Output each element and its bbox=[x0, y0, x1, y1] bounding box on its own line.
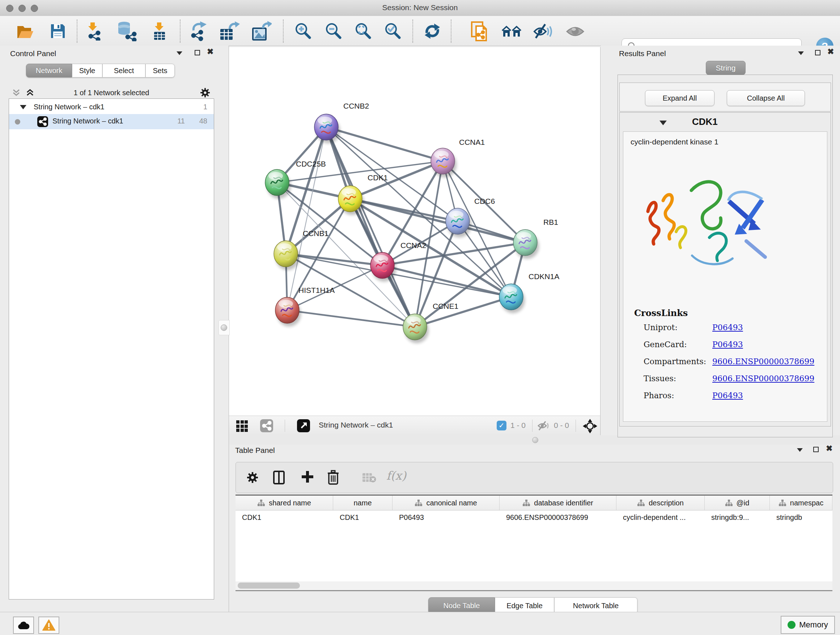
network-edge[interactable] bbox=[287, 127, 326, 310]
selected-checkbox-icon[interactable]: ✓ bbox=[497, 421, 507, 431]
network-canvas[interactable]: CCNB2CCNA1CDC25BCDK1CDC6RB1CCNB1CCNA2CDK… bbox=[229, 47, 600, 416]
import-network-from-database-button[interactable] bbox=[116, 21, 137, 41]
control-panel-maximize-icon[interactable] bbox=[195, 50, 200, 55]
tab-select[interactable]: Select bbox=[103, 64, 145, 78]
crosslink-value-link[interactable]: P06493 bbox=[712, 391, 743, 400]
delete-trash-icon[interactable] bbox=[327, 470, 339, 486]
table-hscrollbar-thumb[interactable] bbox=[238, 583, 300, 589]
network-node-ccna1[interactable]: CCNA1 bbox=[431, 138, 485, 177]
open-session-button[interactable] bbox=[16, 22, 35, 40]
network-edge[interactable] bbox=[326, 127, 415, 327]
export-table-button[interactable] bbox=[218, 21, 240, 41]
memory-button[interactable]: Memory bbox=[781, 616, 835, 634]
node-label: CCNB2 bbox=[343, 102, 369, 110]
column-header-description[interactable]: description bbox=[616, 496, 705, 510]
table-panel-maximize-icon[interactable] bbox=[813, 447, 819, 452]
node-label: RB1 bbox=[543, 218, 558, 226]
table-cell[interactable]: stringdb:9... bbox=[705, 510, 770, 525]
tab-style[interactable]: Style bbox=[72, 64, 103, 78]
cloud-status-button[interactable] bbox=[13, 616, 34, 634]
network-options-gear-icon[interactable] bbox=[200, 87, 210, 100]
collapse-all-button[interactable]: Collapse All bbox=[727, 90, 805, 106]
table-cell[interactable]: 9606.ENSP00000378699 bbox=[500, 510, 616, 525]
expand-all-button[interactable]: Expand All bbox=[645, 90, 714, 106]
results-panel: Results Panel ✖ String Expand All Collap… bbox=[601, 46, 840, 435]
column-header-@id[interactable]: @id bbox=[705, 496, 770, 510]
table-cell[interactable]: P06493 bbox=[393, 510, 500, 525]
save-session-button[interactable] bbox=[49, 22, 67, 40]
column-header-canonical-name[interactable]: canonical name bbox=[393, 496, 500, 510]
refresh-layout-button[interactable] bbox=[423, 22, 442, 41]
control-panel-close-icon[interactable]: ✖ bbox=[207, 48, 213, 56]
column-header-shared-name[interactable]: shared name bbox=[235, 496, 333, 510]
detach-view-icon[interactable] bbox=[297, 419, 310, 432]
hidden-eye-icon[interactable] bbox=[537, 421, 550, 432]
table-row[interactable]: CDK1CDK1P064939606.ENSP00000378699cyclin… bbox=[235, 510, 832, 525]
home-string-button[interactable] bbox=[501, 24, 523, 39]
zoom-selected-button[interactable] bbox=[384, 22, 402, 41]
table-cell[interactable]: stringdb bbox=[770, 510, 832, 525]
column-header-namespac[interactable]: namespac bbox=[770, 496, 832, 510]
export-network-button[interactable] bbox=[189, 21, 209, 41]
column-header-database-identifier[interactable]: database identifier bbox=[500, 496, 616, 510]
zoom-fit-button[interactable] bbox=[354, 22, 373, 41]
network-node-ccnb1[interactable]: CCNB1 bbox=[274, 229, 328, 270]
table-settings-gear-icon[interactable] bbox=[246, 471, 259, 486]
selected-count: 1 - 0 bbox=[510, 421, 526, 430]
crosslink-label: Pharos: bbox=[644, 391, 712, 400]
network-node-cdc25b[interactable]: CDC25B bbox=[265, 160, 326, 199]
network-edge[interactable] bbox=[326, 127, 443, 161]
tab-string[interactable]: String bbox=[706, 61, 745, 75]
clone-network-button[interactable] bbox=[470, 21, 491, 42]
table-cell[interactable]: cyclin-dependent ... bbox=[616, 510, 705, 525]
results-panel-close-icon[interactable]: ✖ bbox=[827, 48, 834, 56]
import-network-button[interactable] bbox=[85, 22, 104, 41]
network-edge[interactable] bbox=[415, 297, 511, 327]
table-panel-close-icon[interactable]: ✖ bbox=[826, 445, 832, 453]
import-table-button[interactable] bbox=[150, 22, 169, 41]
results-panel-maximize-icon[interactable] bbox=[815, 50, 821, 55]
table-panel-float-icon[interactable] bbox=[797, 448, 803, 452]
table-cell[interactable]: CDK1 bbox=[235, 510, 333, 525]
show-glass-button[interactable] bbox=[565, 24, 585, 39]
collection-expander-icon[interactable] bbox=[20, 105, 27, 109]
network-node-count: 11 bbox=[177, 117, 185, 125]
network-edge[interactable] bbox=[350, 199, 525, 242]
network-share-view-icon[interactable] bbox=[260, 419, 273, 432]
add-row-plus-icon[interactable] bbox=[301, 470, 314, 485]
column-header-name[interactable]: name bbox=[333, 496, 393, 510]
control-panel-float-icon[interactable] bbox=[177, 51, 182, 55]
network-node-rb1[interactable]: RB1 bbox=[513, 218, 558, 259]
network-row-label: String Network – cdk1 bbox=[52, 117, 123, 125]
crosslink-value-link[interactable]: P06493 bbox=[712, 340, 743, 349]
birds-eye-icon[interactable] bbox=[583, 419, 597, 435]
crosslink-value-link[interactable]: 9606.ENSP00000378699 bbox=[712, 374, 814, 383]
network-collection-row[interactable]: String Network – cdk1 1 bbox=[9, 101, 214, 114]
network-row-selected[interactable]: String Network – cdk1 11 48 bbox=[9, 114, 214, 129]
crosslink-value-link[interactable]: P06493 bbox=[712, 323, 743, 332]
results-panel-float-icon[interactable] bbox=[798, 51, 804, 55]
network-edge[interactable] bbox=[287, 310, 415, 327]
warning-status-button[interactable] bbox=[38, 616, 59, 634]
hide-glass-button[interactable] bbox=[532, 23, 553, 40]
tab-label: Edge Table bbox=[507, 602, 543, 610]
grid-view-icon[interactable] bbox=[236, 420, 248, 432]
table-cell[interactable]: CDK1 bbox=[333, 510, 393, 525]
splitter-handle[interactable] bbox=[532, 437, 538, 443]
export-image-button[interactable] bbox=[251, 21, 272, 41]
gene-expander-icon[interactable] bbox=[660, 120, 667, 125]
left-splitter-tab[interactable] bbox=[218, 320, 230, 335]
table-panel-title: Table Panel bbox=[235, 446, 275, 455]
network-node-cdkn1a[interactable]: CDKN1A bbox=[499, 272, 559, 313]
network-node-hist1h1a[interactable]: HIST1H1A bbox=[275, 286, 335, 326]
zoom-in-button[interactable] bbox=[294, 22, 313, 41]
network-graph[interactable]: CCNB2CCNA1CDC25BCDK1CDC6RB1CCNB1CCNA2CDK… bbox=[229, 47, 600, 416]
table-hscrollbar[interactable] bbox=[235, 581, 832, 591]
results-panel-title: Results Panel bbox=[619, 49, 666, 58]
crosslink-value-link[interactable]: 9606.ENSP00000378699 bbox=[712, 357, 814, 366]
tab-network[interactable]: Network bbox=[26, 64, 72, 78]
tab-sets[interactable]: Sets bbox=[145, 64, 175, 78]
zoom-out-button[interactable] bbox=[324, 22, 343, 41]
add-column-icon[interactable] bbox=[273, 470, 285, 486]
crosslinks-list: Uniprot:P06493GeneCard:P06493Compartment… bbox=[644, 323, 821, 408]
